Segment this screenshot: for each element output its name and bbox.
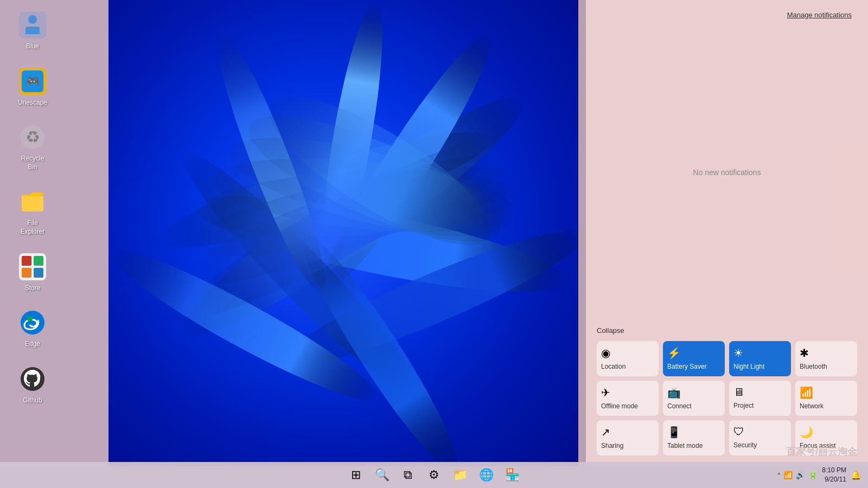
battery-saver-label: Battery Saver xyxy=(667,363,707,370)
blue-icon xyxy=(18,11,47,39)
project-icon: 🖥 xyxy=(733,386,744,399)
collapse-button[interactable]: Collapse xyxy=(597,326,624,335)
network-icon: 📶 xyxy=(800,386,813,399)
clock-date: 9/20/11 xyxy=(822,475,846,484)
taskbar-start[interactable]: ⊞ xyxy=(344,463,368,487)
notifications-area: No new notifications xyxy=(586,24,868,320)
quick-tile-night-light[interactable]: ☀Night Light xyxy=(729,341,791,376)
quick-actions-grid: ◉Location⚡Battery Saver☀Night Light✱Blue… xyxy=(597,341,857,455)
desktop-icon-recycle-bin[interactable]: ♻ RecycleBin xyxy=(5,123,60,171)
github-label: Github xyxy=(23,396,42,405)
svg-rect-2 xyxy=(25,27,40,34)
offline-mode-label: Offline mode xyxy=(601,402,638,410)
quick-tile-sharing[interactable]: ↗Sharing xyxy=(597,420,659,455)
connect-label: Connect xyxy=(667,402,692,410)
tray-arrow[interactable]: ^ xyxy=(777,472,780,478)
quick-tile-bluetooth[interactable]: ✱Bluetooth xyxy=(795,341,857,376)
taskbar-store-tb[interactable]: 🏪 xyxy=(500,463,524,487)
security-label: Security xyxy=(733,441,757,449)
location-label: Location xyxy=(601,363,626,370)
taskbar: ⊞🔍⧉⚙📁🌐🏪 ^ 📶 🔊 🔋 8:10 PM 9/20/11 🔔 xyxy=(0,462,868,488)
unescape-icon: 🎮 xyxy=(18,67,47,95)
wallpaper xyxy=(0,0,578,466)
night-light-icon: ☀ xyxy=(733,346,743,359)
unescape-label: Unescape xyxy=(18,99,47,107)
system-tray: ^ 📶 🔊 🔋 xyxy=(777,471,818,479)
desktop-icon-unescape[interactable]: 🎮 Unescape xyxy=(5,67,60,107)
taskbar-task-view[interactable]: ⧉ xyxy=(396,463,420,487)
bluetooth-icon: ✱ xyxy=(800,346,809,359)
svg-rect-12 xyxy=(34,268,43,278)
quick-actions-panel: Collapse ◉Location⚡Battery Saver☀Night L… xyxy=(586,320,868,466)
edge-label: Edge xyxy=(25,340,40,349)
svg-text:🎮: 🎮 xyxy=(26,75,40,88)
svg-point-1 xyxy=(28,15,37,24)
bluetooth-label: Bluetooth xyxy=(800,363,827,370)
taskbar-search[interactable]: 🔍 xyxy=(370,463,394,487)
desktop-icon-edge[interactable]: Edge xyxy=(5,309,60,349)
quick-tile-security[interactable]: 🛡Security xyxy=(729,420,791,455)
desktop-icon-blue[interactable]: Blue xyxy=(5,11,60,51)
quick-tile-offline-mode[interactable]: ✈Offline mode xyxy=(597,381,659,416)
manage-notifications-link[interactable]: Manage notifications xyxy=(586,0,868,24)
focus-assist-icon: 🌙 xyxy=(800,426,813,439)
github-icon xyxy=(18,365,47,393)
quick-tile-tablet-mode[interactable]: 📱Tablet mode xyxy=(663,420,725,455)
quick-tile-project[interactable]: 🖥Project xyxy=(729,381,791,416)
quick-tile-network[interactable]: 📶Network xyxy=(795,381,857,416)
project-label: Project xyxy=(733,402,754,409)
svg-point-13 xyxy=(21,311,44,335)
battery-saver-icon: ⚡ xyxy=(667,346,681,359)
taskbar-edge-tb[interactable]: 🌐 xyxy=(474,463,498,487)
sharing-label: Sharing xyxy=(601,442,623,450)
blue-label: Blue xyxy=(26,42,39,51)
wallpaper-canvas xyxy=(0,0,578,466)
notification-panel: Manage notifications No new notification… xyxy=(586,0,868,466)
clock[interactable]: 8:10 PM 9/20/11 xyxy=(822,466,846,484)
security-icon: 🛡 xyxy=(733,426,744,438)
store-label: Store xyxy=(25,284,41,293)
quick-tile-connect[interactable]: 📺Connect xyxy=(663,381,725,416)
offline-mode-icon: ✈ xyxy=(601,386,610,399)
taskbar-right: ^ 📶 🔊 🔋 8:10 PM 9/20/11 🔔 xyxy=(777,466,861,484)
desktop-icon-store[interactable]: Store xyxy=(5,253,60,293)
svg-rect-11 xyxy=(22,268,31,278)
taskbar-file-explorer-tb[interactable]: 📁 xyxy=(448,463,472,487)
taskbar-settings[interactable]: ⚙ xyxy=(422,463,446,487)
svg-rect-10 xyxy=(34,256,43,266)
quick-tile-battery-saver[interactable]: ⚡Battery Saver xyxy=(663,341,725,376)
recycle-bin-icon: ♻ xyxy=(18,123,47,151)
notifications-icon[interactable]: 🔔 xyxy=(851,470,861,480)
network-label: Network xyxy=(800,402,824,410)
clock-time: 8:10 PM xyxy=(822,466,846,475)
night-light-label: Night Light xyxy=(733,363,764,370)
desktop-icon-file-explorer[interactable]: FileExplorer xyxy=(5,188,60,236)
wifi-icon: 📶 xyxy=(783,471,793,479)
desktop-icon-github[interactable]: Github xyxy=(5,365,60,405)
file-explorer-icon xyxy=(18,188,47,216)
recycle-bin-label: RecycleBin xyxy=(21,155,44,171)
desktop: Blue 🎮 Unescape ♻ RecycleBin FileExplore… xyxy=(0,0,868,488)
tablet-mode-label: Tablet mode xyxy=(667,442,703,450)
tablet-mode-icon: 📱 xyxy=(667,426,681,439)
edge-icon xyxy=(18,309,47,337)
desktop-icon-area: Blue 🎮 Unescape ♻ RecycleBin FileExplore… xyxy=(0,0,65,415)
watermark-text: 百家号/丽云淘金 xyxy=(786,445,857,458)
taskbar-center: ⊞🔍⧉⚙📁🌐🏪 xyxy=(344,463,524,487)
svg-text:♻: ♻ xyxy=(25,128,40,146)
no-notifications-text: No new notifications xyxy=(693,168,761,177)
location-icon: ◉ xyxy=(601,346,610,359)
svg-rect-9 xyxy=(22,256,31,266)
sharing-icon: ↗ xyxy=(601,426,610,439)
volume-icon: 🔊 xyxy=(796,471,805,479)
connect-icon: 📺 xyxy=(667,386,681,399)
battery-icon: 🔋 xyxy=(808,471,818,479)
svg-point-14 xyxy=(27,316,33,322)
quick-tile-location[interactable]: ◉Location xyxy=(597,341,659,376)
file-explorer-label: FileExplorer xyxy=(21,219,45,236)
store-icon xyxy=(18,253,47,281)
